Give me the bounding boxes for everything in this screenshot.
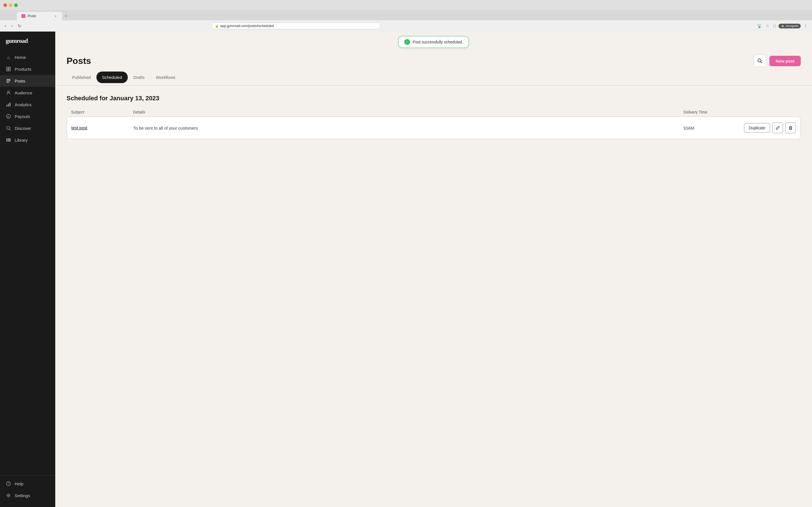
sidebar-item-discover[interactable]: Discover — [0, 122, 55, 134]
svg-rect-6 — [6, 82, 9, 82]
forward-button[interactable]: › — [10, 22, 13, 30]
tab-close-button[interactable]: ✕ — [54, 14, 57, 18]
minimize-window-button[interactable] — [9, 3, 12, 7]
help-icon: ? — [6, 481, 11, 487]
address-bar[interactable]: 🔒 app.gumroad.com/posts#scheduled — [211, 22, 380, 29]
tab-title: Posts — [28, 14, 36, 18]
svg-rect-15 — [8, 138, 9, 142]
row-actions: Duplicate — [740, 122, 796, 133]
svg-text:?: ? — [8, 482, 10, 485]
browser-addressbar: ‹ › ↻ 🔒 app.gumroad.com/posts#scheduled … — [0, 20, 812, 32]
svg-rect-4 — [6, 79, 10, 80]
bookmark-button[interactable]: ☆ — [765, 22, 770, 29]
svg-rect-10 — [10, 103, 10, 107]
tab-workflows[interactable]: Workflows — [150, 71, 181, 86]
incognito-badge: 🕵 Incognito — [778, 24, 801, 29]
traffic-lights — [3, 3, 18, 7]
sidebar-item-library[interactable]: Library — [0, 134, 55, 146]
sidebar-label-discover: Discover — [15, 126, 31, 131]
sidebar-item-settings[interactable]: Settings — [0, 490, 55, 501]
sidebar-item-posts[interactable]: Posts — [0, 75, 55, 87]
app: gumroad ⌂ Home Products Posts — [0, 32, 812, 507]
svg-rect-16 — [9, 138, 10, 142]
header-actions: New post — [754, 55, 801, 67]
svg-rect-5 — [6, 80, 10, 81]
sidebar-label-home: Home — [15, 55, 26, 60]
maximize-window-button[interactable] — [14, 3, 18, 7]
browser-actions: 📡 ☆ □ 🕵 Incognito ⋮ — [756, 22, 809, 29]
sidebar-nav: ⌂ Home Products Posts — [0, 49, 55, 475]
products-icon — [6, 66, 11, 72]
svg-point-7 — [8, 91, 9, 93]
audience-icon — [6, 90, 11, 96]
content-area: Scheduled for January 13, 2023 Subject D… — [55, 86, 812, 148]
svg-rect-3 — [9, 69, 10, 71]
sidebar-label-help: Help — [15, 482, 23, 486]
svg-rect-1 — [9, 67, 10, 69]
tab-favicon — [21, 14, 26, 18]
url-text: app.gumroad.com/posts#scheduled — [220, 24, 274, 28]
incognito-label: Incognito — [786, 24, 799, 27]
discover-icon — [6, 125, 11, 131]
new-tab-button[interactable]: + — [62, 12, 70, 20]
tab-scheduled[interactable]: Scheduled — [96, 71, 128, 83]
header-actions — [740, 110, 796, 114]
duplicate-button[interactable]: Duplicate — [744, 123, 770, 133]
home-icon: ⌂ — [6, 54, 11, 60]
sidebar-label-library: Library — [15, 138, 28, 143]
sidebar-item-products[interactable]: Products — [0, 63, 55, 75]
sidebar: gumroad ⌂ Home Products Posts — [0, 32, 55, 507]
sidebar-item-home[interactable]: ⌂ Home — [0, 51, 55, 63]
menu-button[interactable]: ⋮ — [802, 22, 809, 29]
tabs-container: Published Scheduled Drafts Workflows — [55, 71, 812, 86]
reload-button[interactable]: ↻ — [17, 22, 22, 30]
delivery-time: 10AM — [683, 126, 740, 130]
back-button[interactable]: ‹ — [3, 22, 7, 30]
sidebar-label-products: Products — [15, 67, 31, 71]
close-window-button[interactable] — [3, 3, 7, 7]
post-link[interactable]: test post — [71, 125, 87, 130]
header-delivery-time: Delivery Time — [683, 110, 740, 114]
browser-tab-posts[interactable]: Posts ✕ — [17, 12, 62, 20]
new-post-button[interactable]: New post — [769, 56, 801, 66]
header-details: Details — [133, 110, 683, 114]
sidebar-item-help[interactable]: ? Help — [0, 478, 55, 490]
sidebar-label-posts: Posts — [15, 78, 26, 83]
incognito-icon: 🕵 — [781, 24, 784, 28]
extension-button[interactable]: □ — [772, 22, 777, 29]
section-title: Scheduled for January 13, 2023 — [66, 95, 801, 102]
sidebar-item-analytics[interactable]: Analytics — [0, 99, 55, 110]
svg-rect-0 — [6, 67, 8, 69]
sidebar-label-audience: Audience — [15, 91, 33, 95]
svg-rect-2 — [6, 69, 8, 71]
svg-rect-9 — [8, 104, 9, 107]
main-content: ✓ Post successfully scheduled. Posts New… — [55, 32, 812, 507]
cast-button[interactable]: 📡 — [756, 22, 763, 29]
tab-drafts[interactable]: Drafts — [128, 71, 150, 86]
tab-published[interactable]: Published — [66, 71, 96, 86]
page-header: Posts New post — [55, 48, 812, 71]
svg-rect-8 — [6, 105, 7, 107]
sidebar-bottom: ? Help Settings — [0, 475, 55, 507]
sidebar-item-payouts[interactable]: $ Payouts — [0, 110, 55, 122]
svg-rect-14 — [6, 138, 7, 142]
edit-button[interactable] — [772, 122, 783, 133]
sidebar-label-settings: Settings — [15, 493, 30, 498]
delete-button[interactable] — [785, 122, 796, 133]
svg-point-20 — [758, 59, 761, 62]
browser-titlebar — [0, 0, 812, 10]
post-details: To be sent to all of your customers — [133, 126, 683, 130]
toast-check-icon: ✓ — [404, 39, 410, 45]
table-row: test post To be sent to all of your cust… — [67, 117, 801, 139]
posts-icon — [6, 78, 11, 83]
svg-text:$: $ — [8, 115, 9, 118]
table-header: Subject Details Delivery Time — [66, 108, 801, 117]
post-subject: test post — [71, 125, 133, 130]
sidebar-label-analytics: Analytics — [15, 102, 32, 107]
sidebar-item-audience[interactable]: Audience — [0, 87, 55, 99]
search-button[interactable] — [754, 55, 766, 67]
success-toast: ✓ Post successfully scheduled. — [398, 36, 469, 48]
payouts-icon: $ — [6, 114, 11, 119]
settings-icon — [6, 493, 11, 498]
browser-chrome: Posts ✕ + ‹ › ↻ 🔒 app.gumroad.com/posts#… — [0, 0, 812, 32]
